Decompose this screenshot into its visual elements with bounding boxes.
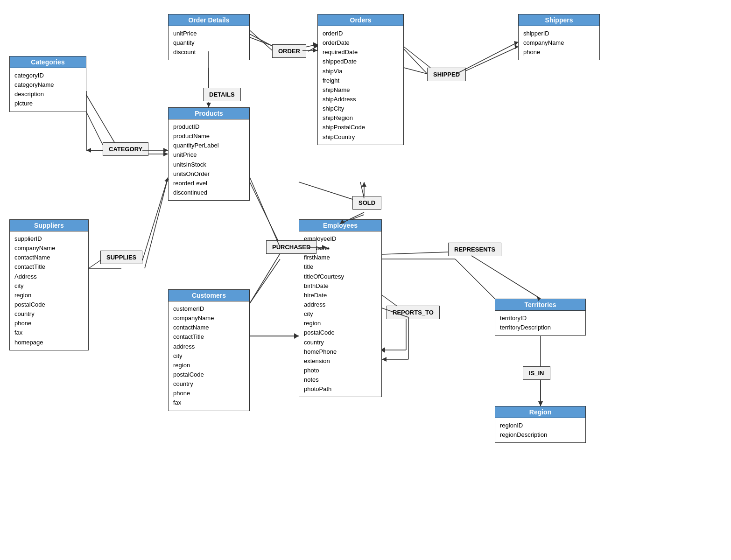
supplies-relationship: SUPPLIES (100, 251, 142, 264)
svg-line-71 (382, 252, 448, 254)
svg-marker-42 (313, 48, 317, 53)
svg-line-19 (250, 182, 282, 250)
region-body: regionID regionDescription (495, 418, 585, 442)
region-header: Region (495, 406, 585, 418)
svg-line-20 (250, 250, 282, 303)
orders-body: orderID orderDate requiredDate shippedDa… (318, 26, 403, 145)
shippers-header: Shippers (519, 14, 599, 26)
svg-marker-47 (163, 148, 168, 153)
svg-marker-39 (294, 333, 299, 339)
svg-line-10 (84, 107, 103, 145)
customers-header: Customers (169, 290, 249, 301)
svg-line-52 (89, 260, 100, 268)
employees-header: Employees (299, 220, 381, 231)
svg-marker-17 (362, 182, 366, 187)
suppliers-entity: Suppliers supplierID companyName contact… (9, 219, 89, 350)
customers-body: customerID companyName contactName conta… (169, 301, 249, 411)
svg-line-53 (142, 177, 168, 260)
svg-marker-9 (163, 152, 168, 156)
svg-line-23 (457, 47, 518, 75)
svg-line-56 (250, 259, 280, 303)
categories-entity: Categories categoryID categoryName descr… (9, 56, 86, 112)
svg-marker-76 (538, 401, 543, 406)
suppliers-body: supplierID companyName contactName conta… (10, 231, 88, 350)
orders-header: Orders (318, 14, 403, 26)
shippers-body: shipperID companyName phone (519, 26, 599, 60)
svg-line-22 (404, 68, 430, 75)
sold-relationship: SOLD (352, 196, 381, 210)
products-body: productID productName quantityPerLabel u… (169, 119, 249, 200)
purchased-relationship: PURCHASED (266, 240, 316, 254)
category-relationship: CATEGORY (103, 142, 148, 156)
territories-header: Territories (495, 299, 585, 311)
svg-line-55 (250, 177, 280, 247)
order-details-entity: Order Details unitPrice quantity discoun… (168, 14, 250, 60)
territories-body: territoryID territoryDescription (495, 311, 585, 335)
customers-entity: Customers customerID companyName contact… (168, 289, 250, 411)
region-entity: Region regionID regionDescription (495, 406, 586, 443)
orders-entity: Orders orderID orderDate requiredDate sh… (317, 14, 404, 145)
svg-line-27 (145, 177, 168, 268)
svg-line-62 (404, 49, 427, 74)
svg-marker-70 (382, 357, 387, 362)
shippers-entity: Shippers shipperID companyName phone (518, 14, 600, 60)
order-details-header: Order Details (169, 14, 249, 26)
svg-line-40 (250, 30, 272, 50)
svg-marker-45 (206, 103, 211, 107)
categories-header: Categories (10, 56, 86, 68)
details-relationship: DETAILS (203, 88, 241, 101)
svg-line-25 (404, 47, 430, 68)
svg-marker-2 (313, 42, 317, 47)
represents-relationship: REPRESENTS (448, 243, 501, 256)
order-details-body: unitPrice quantity discount (169, 26, 249, 60)
svg-marker-66 (294, 334, 299, 338)
isin-relationship: IS_IN (523, 366, 550, 380)
svg-marker-51 (86, 148, 91, 153)
categories-body: categoryID categoryName description pict… (10, 68, 86, 112)
reportsto-relationship: REPORTS_TO (387, 306, 440, 319)
shipped-relationship: SHIPPED (427, 68, 466, 81)
products-entity: Products productID productName quantityP… (168, 107, 250, 201)
svg-marker-24 (514, 44, 518, 49)
order-relationship: ORDER (272, 44, 306, 58)
svg-marker-64 (514, 41, 518, 46)
svg-line-13 (308, 46, 318, 51)
svg-line-72 (471, 256, 541, 299)
svg-marker-37 (538, 401, 543, 406)
territories-entity: Territories territoryID territoryDescrip… (495, 299, 586, 336)
products-header: Products (169, 108, 249, 119)
suppliers-header: Suppliers (10, 220, 88, 231)
employees-body: employeeID lastName firstName title titl… (299, 231, 381, 397)
